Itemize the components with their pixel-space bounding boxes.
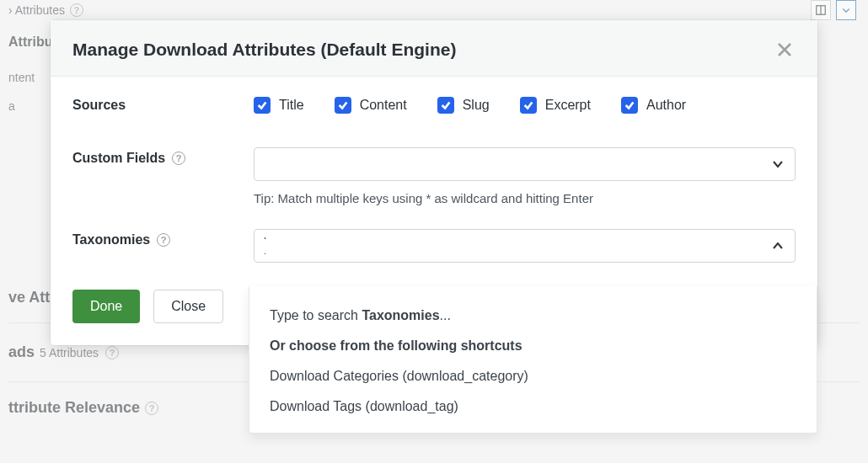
checkbox-slug[interactable]: Slug	[437, 97, 490, 114]
modal-header: Manage Download Attributes (Default Engi…	[51, 20, 817, 77]
modal-title: Manage Download Attributes (Default Engi…	[72, 40, 456, 60]
taxonomies-input[interactable]	[265, 239, 771, 253]
custom-fields-tip: Tip: Match multiple keys using * as wild…	[254, 191, 796, 205]
custom-fields-label: Custom Fields ?	[72, 147, 254, 166]
dropdown-option-download-categories[interactable]: Download Categories (download_category)	[270, 369, 796, 384]
checkbox-title[interactable]: Title	[254, 97, 304, 114]
custom-fields-input[interactable]	[265, 157, 771, 172]
custom-fields-combobox[interactable]	[254, 147, 796, 181]
custom-fields-row: Custom Fields ? Tip: Match multiple keys…	[72, 147, 796, 205]
chevron-down-icon	[836, 0, 856, 20]
dropdown-shortcut-heading: Or choose from the following shortcuts	[270, 338, 796, 354]
checkbox-label: Excerpt	[545, 98, 591, 113]
chevron-down-icon[interactable]	[771, 157, 785, 171]
checkbox-excerpt[interactable]: Excerpt	[520, 97, 591, 114]
help-icon: ?	[70, 3, 83, 17]
checkbox-content[interactable]: Content	[335, 97, 407, 114]
checkbox-label: Author	[646, 98, 686, 113]
help-icon: ?	[105, 346, 119, 359]
help-icon: ?	[145, 402, 158, 415]
check-icon	[254, 97, 271, 114]
taxonomies-combobox[interactable]	[254, 229, 796, 263]
help-icon[interactable]: ?	[172, 152, 185, 165]
sources-row: Sources Title Content Slug	[72, 97, 796, 114]
bg-header-text: › Attributes	[8, 3, 65, 17]
modal-body: Sources Title Content Slug	[51, 77, 817, 279]
check-icon	[437, 97, 454, 114]
check-icon	[621, 97, 638, 114]
checkbox-author[interactable]: Author	[621, 97, 686, 114]
done-button[interactable]: Done	[72, 290, 140, 323]
checkbox-label: Slug	[463, 98, 490, 113]
close-button[interactable]: Close	[153, 290, 223, 323]
taxonomies-row: Taxonomies ?	[72, 229, 796, 263]
taxonomies-label: Taxonomies ?	[72, 229, 254, 247]
taxonomies-dropdown: Type to search Taxonomies... Or choose f…	[249, 286, 817, 434]
check-icon	[520, 97, 537, 114]
dropdown-option-download-tags[interactable]: Download Tags (download_tag)	[270, 399, 796, 414]
help-icon[interactable]: ?	[157, 233, 170, 247]
check-icon	[335, 97, 351, 114]
sources-checkbox-group: Title Content Slug Excerpt	[254, 97, 796, 114]
panel-icon	[811, 0, 831, 20]
dropdown-search-hint: Type to search Taxonomies...	[270, 308, 796, 323]
sources-label: Sources	[72, 98, 254, 113]
chevron-up-icon[interactable]	[771, 239, 785, 253]
close-icon[interactable]	[774, 39, 796, 61]
checkbox-label: Content	[360, 98, 407, 113]
checkbox-label: Title	[279, 98, 304, 113]
